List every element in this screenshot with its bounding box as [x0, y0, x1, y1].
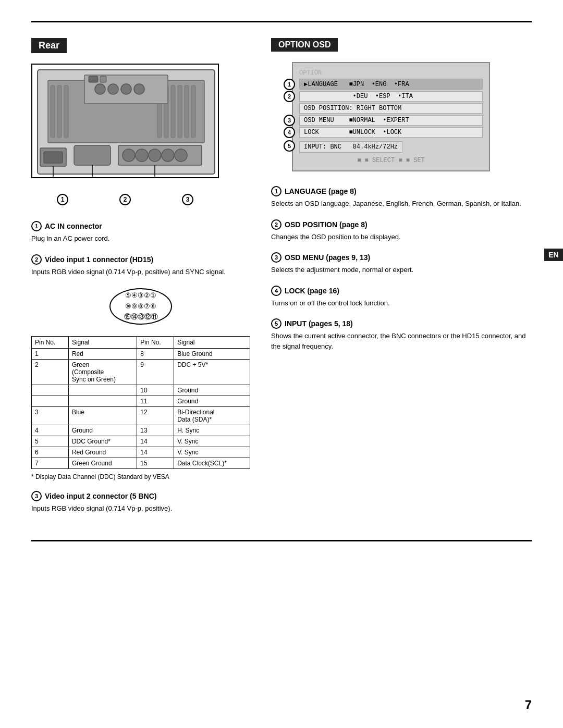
- hd15-row1: ⑤④③②①: [125, 290, 156, 301]
- section-osd-position-header: 2 OSD POSITION (page 8): [271, 219, 532, 230]
- pin-table-header-signal-2: Signal: [174, 337, 250, 349]
- monitor-num-2: 2: [119, 194, 131, 205]
- signal: [68, 385, 137, 396]
- svg-rect-17: [100, 76, 106, 82]
- table-row: 1 Red 8 Blue Ground: [32, 349, 250, 360]
- num-badge-2: 2: [31, 254, 42, 265]
- pin-no: 5: [32, 436, 69, 447]
- monitor-rear-illustration: [31, 64, 219, 178]
- osd-language-row2: •DEU •ESP •ITA: [299, 91, 483, 102]
- pin-no: 11: [137, 396, 174, 407]
- table-row: 5 DDC Ground* 14 V. Sync: [32, 436, 250, 447]
- section-video2-body: Inputs RGB video signal (0.714 Vp-p, pos…: [31, 503, 250, 514]
- pin-no: 13: [137, 425, 174, 436]
- rear-label: Rear: [31, 38, 67, 53]
- section-input-header: 5 INPUT (pages 5, 18): [271, 318, 532, 329]
- svg-rect-19: [44, 152, 63, 163]
- section-input-body: Shows the current active connector, the …: [271, 331, 532, 351]
- signal: [68, 396, 137, 407]
- osd-num-1: 1: [284, 79, 295, 90]
- pin-table-header-signal-1: Signal: [68, 337, 137, 349]
- main-layout: Rear: [31, 38, 532, 524]
- section-video1: 2 Video input 1 connector (HD15) Inputs …: [31, 254, 250, 481]
- osd-footer: ■ ■ SELECT ■ ■ SET: [299, 157, 483, 164]
- svg-point-12: [95, 84, 105, 94]
- pin-table-footnote: * Display Data Channel (DDC) Standard by…: [31, 473, 250, 480]
- svg-point-23: [136, 149, 148, 162]
- svg-point-25: [162, 149, 174, 162]
- svg-rect-9: [185, 85, 189, 138]
- num-badge-1: 1: [31, 221, 42, 231]
- signal: Ground: [174, 385, 250, 396]
- signal: Blue: [68, 407, 137, 425]
- num-badge-r4: 4: [271, 286, 282, 296]
- section-language-header: 1 LANGUAGE (page 8): [271, 186, 532, 196]
- pin-no: 4: [32, 425, 69, 436]
- section-ac-in-header: 1 AC IN connector: [31, 221, 250, 231]
- left-column: Rear: [31, 38, 250, 524]
- section-language-title: LANGUAGE (page 8): [285, 187, 357, 195]
- section-video2: 3 Video input 2 connector (5 BNC) Inputs…: [31, 491, 250, 514]
- pin-no: 9: [137, 360, 174, 385]
- osd-area: OPTION 1 ▶LANGUAGE ■JPN •ENG •FRA 2 •DEU…: [271, 62, 532, 171]
- right-sections: EN 1 LANGUAGE (page 8) Selects an OSD la…: [271, 186, 532, 351]
- section-lock-title: LOCK (page 16): [285, 287, 339, 295]
- osd-row-1: 1 ▶LANGUAGE ■JPN •ENG •FRA: [299, 79, 483, 90]
- section-input: 5 INPUT (pages 5, 18) Shows the current …: [271, 318, 532, 351]
- section-input-title: INPUT (pages 5, 18): [285, 319, 353, 328]
- section-osd-position-body: Changes the OSD position to be displayed…: [271, 232, 532, 242]
- hd15-row2: ⑩⑨⑧⑦⑥: [125, 301, 156, 312]
- svg-rect-16: [89, 76, 98, 82]
- monitor-num-1: 1: [57, 194, 68, 205]
- section-language-body: Selects an OSD language, Japanese, Engli…: [271, 199, 532, 209]
- osd-lock-row: LOCK ■UNLOCK •LOCK: [299, 127, 483, 138]
- pin-no: 7: [32, 458, 69, 469]
- osd-screen: OPTION 1 ▶LANGUAGE ■JPN •ENG •FRA 2 •DEU…: [292, 62, 490, 171]
- pin-table: Pin No. Signal Pin No. Signal 1 Red 8 Bl…: [31, 336, 250, 469]
- signal: V. Sync: [174, 447, 250, 458]
- osd-row-2: 2 •DEU •ESP •ITA: [299, 91, 483, 102]
- osd-num-3: 3: [284, 115, 295, 126]
- num-badge-r5: 5: [271, 318, 282, 329]
- pin-table-header-pin-no-1: Pin No.: [32, 337, 69, 349]
- osd-num-2: 2: [284, 91, 295, 102]
- page-container: Rear: [0, 0, 563, 728]
- section-video2-header: 3 Video input 2 connector (5 BNC): [31, 491, 250, 501]
- osd-position-row: OSD POSITION: RIGHT BOTTOM: [299, 103, 483, 114]
- osd-menu-row: OSD MENU ■NORMAL •EXPERT: [299, 115, 483, 126]
- signal: DDC Ground*: [68, 436, 137, 447]
- pin-no: 1: [32, 349, 69, 360]
- signal: Bi-DirectionalData (SDA)*: [174, 407, 250, 425]
- signal: V. Sync: [174, 436, 250, 447]
- section-osd-menu-header: 3 OSD MENU (pages 9, 13): [271, 252, 532, 263]
- bottom-border: [31, 540, 532, 541]
- signal: H. Sync: [174, 425, 250, 436]
- section-lock: 4 LOCK (page 16) Turns on or off the con…: [271, 286, 532, 309]
- num-badge-r3: 3: [271, 252, 282, 263]
- svg-point-13: [108, 84, 118, 94]
- monitor-num-3: 3: [182, 194, 193, 205]
- pin-no: [32, 385, 69, 396]
- osd-row-5: 5 INPUT: BNC 84.4kHz/72Hz: [299, 139, 483, 153]
- pin-no: 15: [137, 458, 174, 469]
- hd15-connector-diagram: ⑤④③②① ⑩⑨⑧⑦⑥ ⑮⑭⑬⑫⑪: [109, 288, 172, 325]
- num-badge-r1: 1: [271, 186, 282, 196]
- monitor-numbers: 1 2 3: [31, 194, 219, 205]
- pin-no: 3: [32, 407, 69, 425]
- hd15-row3: ⑮⑭⑬⑫⑪: [124, 312, 158, 323]
- table-row: 7 Green Ground 15 Data Clock(SCL)*: [32, 458, 250, 469]
- en-badge: EN: [544, 249, 563, 261]
- table-row: 3 Blue 12 Bi-DirectionalData (SDA)*: [32, 407, 250, 425]
- osd-num-4: 4: [284, 127, 295, 138]
- section-osd-menu: 3 OSD MENU (pages 9, 13) Selects the adj…: [271, 252, 532, 275]
- svg-rect-3: [57, 85, 62, 138]
- num-badge-r2: 2: [271, 219, 282, 230]
- pin-no: [32, 396, 69, 407]
- section-lock-header: 4 LOCK (page 16): [271, 286, 532, 296]
- osd-row-position: OSD POSITION: RIGHT BOTTOM: [299, 103, 483, 114]
- table-row: 10 Ground: [32, 385, 250, 396]
- table-row: 11 Ground: [32, 396, 250, 407]
- svg-point-15: [134, 84, 144, 94]
- section-osd-menu-title: OSD MENU (pages 9, 13): [285, 253, 370, 262]
- pin-no: 12: [137, 407, 174, 425]
